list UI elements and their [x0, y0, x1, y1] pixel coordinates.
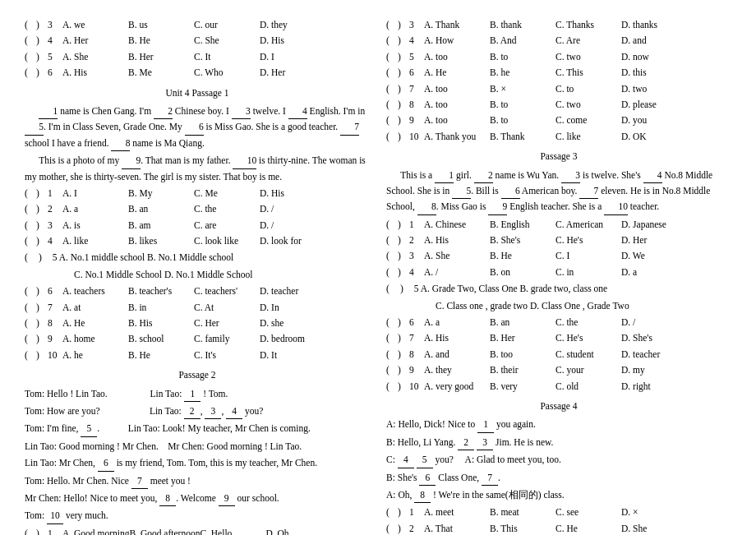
opt-d: D. Her — [260, 65, 325, 80]
choice-num: 6 — [48, 65, 62, 80]
passage3-text: This is a 1 girl. 2 name is Wu Yan. 3 is… — [386, 168, 731, 215]
choice-row: ( ) 5 A. She B. Her C. It D. I — [25, 49, 370, 64]
opt-d: D. they — [260, 17, 325, 32]
passage1-cont: This is a photo of my 9. That man is my … — [25, 153, 370, 184]
choice-row: ( ) 4 A. Her B. He C. She D. His — [25, 33, 370, 48]
choice-row-10: ( ) 10 A. he B. He C. It's D. It — [25, 348, 370, 362]
choice-p3-10: ( ) 10 A. very good B. very C. old D. ri… — [386, 379, 731, 394]
choice-p3-5-line2: C. Class one , grade two D. Class One , … — [386, 298, 731, 313]
choice-row-4: ( ) 4 A. like B. likes C. look like D. l… — [25, 233, 370, 248]
opt-c: C. Who — [194, 65, 260, 80]
opt-d: D. I — [260, 49, 325, 64]
opt-a: A. we — [62, 17, 128, 32]
left-column: ( ) 3 A. we B. us C. our D. they ( ) 4 A… — [25, 16, 370, 535]
choice-p2-1: ( ) 1 A. Good morning B. Good afternoon … — [25, 526, 370, 535]
choice-p4-2: ( ) 2 A. That B. This C. He D. She — [386, 521, 731, 535]
unit-header: Unit 4 Passage 1 — [25, 85, 370, 100]
choice-row-6: ( ) 6 A. teachers B. teacher's C. teache… — [25, 284, 370, 298]
choice-r8: ( ) 8 A. too B. to C. two D. please — [386, 97, 731, 112]
p4-line5: A: Oh, 8 ! We're in the same(相同的) class. — [386, 487, 731, 503]
choice-r9: ( ) 9 A. too B. to C. come D. you — [386, 113, 731, 127]
opt-a: A. She — [62, 49, 128, 64]
passage4-title: Passage 4 — [386, 399, 731, 413]
choice-p4-1: ( ) 1 A. meet B. meat C. see D. × — [386, 505, 731, 519]
choice-row-2: ( ) 2 A. a B. an C. the D. / — [25, 201, 370, 216]
choice-r3: ( ) 3 A. Thank B. thank C. Thanks D. tha… — [386, 17, 731, 32]
choice-row: ( ) 6 A. His B. Me C. Who D. Her — [25, 65, 370, 80]
choice-r4: ( ) 4 A. How B. And C. Are D. and — [386, 33, 731, 48]
page-container: ( ) 3 A. we B. us C. our D. they ( ) 4 A… — [25, 16, 731, 535]
choice-num: 4 — [48, 33, 62, 48]
choice-r5: ( ) 5 A. too B. to C. two D. now — [386, 49, 731, 64]
choice-row-8: ( ) 8 A. He B. His C. Her D. she — [25, 316, 370, 330]
opt-c: C. our — [194, 17, 260, 32]
opt-a: A. His — [62, 65, 128, 80]
dialogue-row: Tom: I'm fine, 5. Lin Tao: Look! My teac… — [25, 421, 370, 436]
choice-row-5-line2: C. No.1 Middle School D. No.1 Middle Sch… — [25, 267, 370, 282]
choice-num: 5 — [48, 49, 62, 64]
opt-b: B. Me — [128, 65, 194, 80]
choice-p3-3: ( ) 3 A. She B. He C. I D. We — [386, 248, 731, 263]
opt-a: A. Her — [62, 33, 128, 48]
choice-row-5-line1: ( ) 5 A. No.1 middle school B. No.1 Midd… — [25, 250, 370, 265]
choice-row-1: ( ) 1 A. I B. My C. Me D. His — [25, 186, 370, 201]
dialogue-row: Tom: How are you? Lin Tao: 2, 3, 4 you? — [25, 404, 370, 419]
passage2-title: Passage 2 — [25, 367, 370, 382]
choice-row-7: ( ) 7 A. at B. in C. At D. In — [25, 300, 370, 315]
choice-p3-4: ( ) 4 A. / B. on C. in D. a — [386, 265, 731, 279]
choice-row-3: ( ) 3 A. is B. am C. are D. / — [25, 218, 370, 233]
paren-close: ) — [36, 17, 48, 32]
paren: ( — [25, 17, 36, 32]
p4-line2: B: Hello, Li Yang. 2 3 Jim. He is new. — [386, 435, 731, 450]
dialogue-row: Tom: Hello. Mr Chen. Nice 7 meet you ! — [25, 473, 370, 489]
choice-p3-7: ( ) 7 A. His B. Her C. He's D. She's — [386, 330, 731, 345]
dialogue-row: Mr Chen: Hello! Nice to meet you, 8. Wel… — [25, 491, 370, 506]
choice-p3-5-line1: ( ) 5 A. Grade Two, Class One B. grade t… — [386, 281, 731, 296]
opt-c: C. She — [194, 33, 260, 48]
p4-line3: C: 4 5 you? A: Glad to meet you, too. — [386, 452, 731, 468]
p4-line1: A: Hello, Dick! Nice to 1 you again. — [386, 417, 731, 432]
dialogue-row: Tom: Hello ! Lin Tao. Lin Tao: 1 ! Tom. — [25, 386, 370, 402]
choice-p3-2: ( ) 2 A. His B. She's C. He's D. Her — [386, 233, 731, 247]
opt-d: D. His — [260, 33, 325, 48]
dialogue-row: Lin Tao: Mr Chen, 6 is my friend, Tom. T… — [25, 455, 370, 471]
choice-r6: ( ) 6 A. He B. he C. This D. this — [386, 65, 731, 80]
dialogue-row: Tom: 10 very much. — [25, 508, 370, 523]
right-column: ( ) 3 A. Thank B. thank C. Thanks D. tha… — [386, 16, 731, 535]
opt-b: B. He — [128, 33, 194, 48]
choice-r7: ( ) 7 A. too B. × C. to D. two — [386, 81, 731, 96]
choice-row: ( ) 3 A. we B. us C. our D. they — [25, 17, 370, 32]
passage3-title: Passage 3 — [386, 149, 731, 164]
opt-b: B. us — [128, 17, 194, 32]
dialogue-row: Lin Tao: Good morning ! Mr Chen. Mr Chen… — [25, 439, 370, 454]
choice-p3-8: ( ) 8 A. and B. too C. student D. teache… — [386, 347, 731, 362]
choice-p3-6: ( ) 6 A. a B. an C. the D. / — [386, 315, 731, 330]
choice-p3-9: ( ) 9 A. they B. their C. your D. my — [386, 362, 731, 377]
choice-row-9: ( ) 9 A. home B. school C. family D. bed… — [25, 331, 370, 346]
passage1-text: 1 name is Chen Gang. I'm 2 Chinese boy. … — [25, 104, 370, 151]
p4-line4: B: She's 6 Class One, 7. — [386, 470, 731, 486]
opt-b: B. Her — [128, 49, 194, 64]
choice-r10: ( ) 10 A. Thank you B. Thank C. like D. … — [386, 129, 731, 144]
choice-num: 3 — [48, 17, 62, 32]
choice-p3-1: ( ) 1 A. Chinese B. English C. American … — [386, 217, 731, 232]
opt-c: C. It — [194, 49, 260, 64]
